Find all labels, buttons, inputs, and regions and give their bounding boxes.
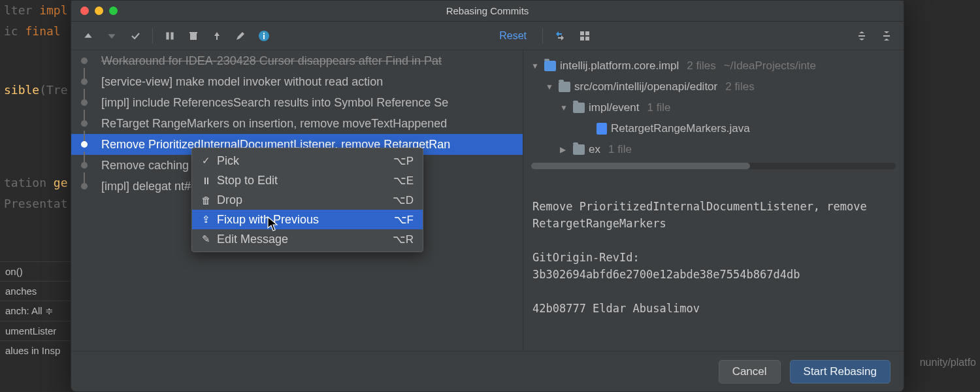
svg-rect-5: [263, 35, 265, 39]
commit-row[interactable]: ReTarget RangeMarkers on insertion, remo…: [71, 113, 523, 134]
titlebar: Rebasing Commits: [71, 1, 904, 22]
scrollbar-thumb[interactable]: [531, 163, 750, 169]
tree-count: 2 files: [725, 80, 754, 93]
origin-label: GitOrigin-RevId:: [532, 251, 640, 264]
svg-rect-1: [171, 32, 173, 39]
svg-rect-3: [189, 32, 197, 33]
chevron-down-icon: ▼: [560, 103, 569, 112]
check-icon: ✓: [199, 155, 213, 167]
pencil-icon: ✎: [199, 233, 213, 245]
commit-message: [service-view] make model invoker withou…: [92, 75, 383, 89]
commit-subject: Remove PrioritizedInternalDocumentListen…: [532, 200, 874, 230]
menu-item-label: Drop: [213, 193, 393, 207]
menu-item-label: Stop to Edit: [213, 174, 393, 188]
tree-count: 1 file: [608, 143, 632, 156]
edit-message-button[interactable]: [230, 25, 251, 46]
drop-button[interactable]: [183, 25, 204, 46]
horizontal-scrollbar[interactable]: [531, 163, 896, 169]
menu-item-shortcut: ⌥R: [393, 233, 414, 246]
menu-item-label: Fixup with Previous: [213, 213, 394, 227]
svg-rect-0: [166, 32, 169, 39]
collapse-all-button[interactable]: [876, 25, 897, 46]
folder-icon: [559, 82, 570, 92]
commit-message: Workaround for IDEA-230428 Cursor disapp…: [92, 54, 442, 68]
commit-message: [impl] include ReferencesSearch results …: [92, 96, 448, 110]
separator: [542, 28, 543, 44]
svg-rect-10: [585, 37, 589, 41]
menu-item-label: Edit Message: [213, 233, 393, 246]
separator: [152, 28, 153, 44]
tree-label: src/com/intellij/openapi/editor: [574, 80, 717, 93]
group-by-button[interactable]: [574, 25, 595, 46]
commits-panel: Workaround for IDEA-230428 Cursor disapp…: [71, 50, 523, 351]
menu-item-shortcut: ⌥F: [394, 213, 414, 227]
chevron-right-icon: ▶: [560, 145, 569, 154]
chevron-down-icon: ▼: [546, 82, 555, 91]
tree-count: 1 file: [647, 101, 670, 114]
svg-rect-11: [858, 35, 865, 37]
menu-item-shortcut: ⌥E: [393, 174, 414, 188]
tree-folder-row[interactable]: ▶ ex 1 file: [531, 139, 896, 160]
fixup-button[interactable]: [206, 25, 227, 46]
commit-message: ReTarget RangeMarkers on insertion, remo…: [92, 117, 447, 131]
menu-item-label: Pick: [213, 154, 393, 168]
folder-icon: [573, 103, 585, 113]
tree-label: RetargetRangeMarkers.java: [611, 122, 750, 135]
tree-path: ~/IdeaProjects/inte: [724, 59, 816, 73]
folder-icon: [573, 144, 585, 155]
context-menu: ✓ Pick ⌥P ⏸ Stop to Edit ⌥E 🗑 Drop ⌥D ⇪ …: [191, 148, 423, 252]
svg-rect-8: [585, 31, 589, 35]
move-down-button[interactable]: [101, 25, 122, 46]
commit-row[interactable]: [service-view] make model invoker withou…: [71, 71, 523, 92]
pick-button[interactable]: [125, 25, 146, 46]
pause-icon: ⏸: [199, 175, 213, 186]
tree-label: intellij.platform.core.impl: [560, 59, 679, 73]
tree-module-row[interactable]: ▼ intellij.platform.core.impl 2 files ~/…: [531, 56, 896, 76]
cancel-button[interactable]: Cancel: [719, 360, 781, 384]
menu-item-drop[interactable]: 🗑 Drop ⌥D: [192, 190, 423, 210]
tree-folder-row[interactable]: ▼ impl/event 1 file: [531, 97, 896, 118]
commit-details: Remove PrioritizedInternalDocumentListen…: [523, 169, 904, 334]
rebase-dialog: Rebasing Commits Reset Workaround for ID…: [71, 0, 904, 392]
svg-rect-12: [883, 35, 890, 37]
expand-all-button[interactable]: [851, 25, 872, 46]
tree-label: impl/event: [589, 101, 639, 114]
trash-icon: 🗑: [199, 195, 213, 206]
menu-item-stop-to-edit[interactable]: ⏸ Stop to Edit ⌥E: [192, 171, 423, 190]
svg-rect-9: [580, 37, 584, 41]
svg-rect-6: [263, 33, 265, 34]
commit-author: 42b08777 Eldar Abusalimov: [532, 302, 700, 315]
details-panel: ▼ intellij.platform.core.impl 2 files ~/…: [523, 50, 904, 351]
move-up-button[interactable]: [78, 25, 99, 46]
svg-rect-2: [190, 33, 197, 40]
toolbar: Reset: [71, 22, 904, 50]
changes-view-button[interactable]: [549, 25, 570, 46]
svg-rect-7: [580, 31, 584, 35]
tree-folder-row[interactable]: ▼ src/com/intellij/openapi/editor 2 file…: [531, 76, 896, 97]
menu-item-shortcut: ⌥P: [393, 154, 414, 168]
menu-item-edit-message[interactable]: ✎ Edit Message ⌥R: [192, 229, 423, 249]
menu-item-pick[interactable]: ✓ Pick ⌥P: [192, 151, 423, 171]
commit-row[interactable]: Workaround for IDEA-230428 Cursor disapp…: [71, 50, 523, 71]
background-side-panel: on() anches anch: All ≑ umentLister alue…: [0, 261, 71, 360]
info-button[interactable]: [253, 25, 274, 46]
origin-value: 3b302694abfd6e2700e12abde38e7554b867d4db: [532, 268, 800, 281]
file-tree: ▼ intellij.platform.core.impl 2 files ~/…: [523, 50, 904, 160]
tree-count: 2 files: [687, 59, 715, 73]
fixup-icon: ⇪: [199, 214, 213, 225]
java-file-icon: [596, 123, 607, 135]
stop-to-edit-button[interactable]: [159, 25, 180, 46]
chevron-down-icon: ▼: [531, 61, 540, 71]
reset-link[interactable]: Reset: [490, 30, 536, 42]
dialog-footer: Cancel Start Rebasing: [71, 351, 904, 391]
background-right-text: nunity/platfo: [916, 353, 980, 372]
commit-row[interactable]: [impl] include ReferencesSearch results …: [71, 92, 523, 113]
tree-file-row[interactable]: RetargetRangeMarkers.java: [531, 118, 896, 139]
module-icon: [544, 61, 556, 71]
menu-item-fixup[interactable]: ⇪ Fixup with Previous ⌥F: [192, 210, 423, 229]
window-title: Rebasing Commits: [71, 5, 904, 16]
tree-label: ex: [589, 143, 600, 156]
start-rebasing-button[interactable]: Start Rebasing: [790, 360, 890, 384]
menu-item-shortcut: ⌥D: [393, 193, 414, 207]
